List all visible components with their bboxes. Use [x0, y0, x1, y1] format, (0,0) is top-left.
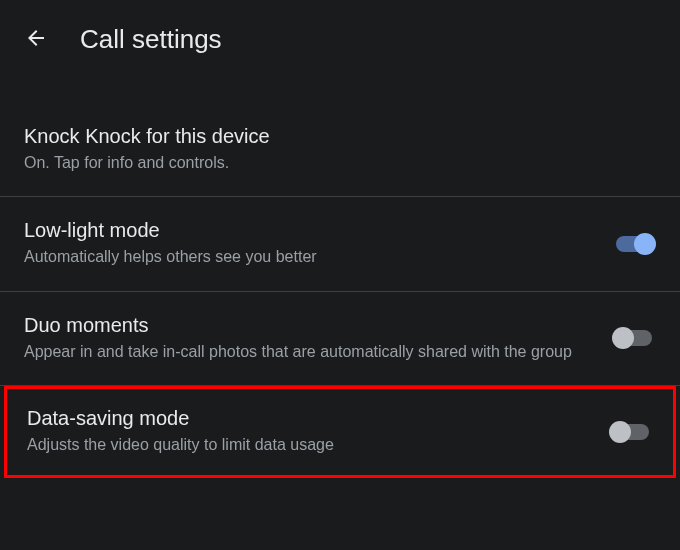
- setting-subtitle: Adjusts the video quality to limit data …: [27, 434, 593, 456]
- toggle-thumb: [634, 233, 656, 255]
- setting-data-saving[interactable]: Data-saving mode Adjusts the video quali…: [4, 386, 676, 477]
- setting-title: Duo moments: [24, 314, 596, 337]
- setting-subtitle: Automatically helps others see you bette…: [24, 246, 596, 268]
- toggle-thumb: [609, 421, 631, 443]
- duo-moments-toggle[interactable]: [612, 326, 656, 350]
- setting-content: Data-saving mode Adjusts the video quali…: [27, 407, 593, 456]
- setting-title: Data-saving mode: [27, 407, 593, 430]
- setting-title: Knock Knock for this device: [24, 125, 656, 148]
- setting-content: Knock Knock for this device On. Tap for …: [24, 125, 656, 174]
- low-light-toggle[interactable]: [612, 232, 656, 256]
- header: Call settings: [0, 0, 680, 75]
- settings-list: Knock Knock for this device On. Tap for …: [0, 75, 680, 478]
- setting-duo-moments[interactable]: Duo moments Appear in and take in-call p…: [0, 292, 680, 386]
- toggle-thumb: [612, 327, 634, 349]
- setting-subtitle: Appear in and take in-call photos that a…: [24, 341, 596, 363]
- setting-knock-knock[interactable]: Knock Knock for this device On. Tap for …: [0, 103, 680, 197]
- setting-title: Low-light mode: [24, 219, 596, 242]
- back-button[interactable]: [24, 28, 48, 52]
- setting-subtitle: On. Tap for info and controls.: [24, 152, 656, 174]
- data-saving-toggle[interactable]: [609, 420, 653, 444]
- setting-low-light[interactable]: Low-light mode Automatically helps other…: [0, 197, 680, 291]
- setting-content: Low-light mode Automatically helps other…: [24, 219, 596, 268]
- back-arrow-icon: [24, 26, 48, 54]
- page-title: Call settings: [80, 24, 222, 55]
- setting-content: Duo moments Appear in and take in-call p…: [24, 314, 596, 363]
